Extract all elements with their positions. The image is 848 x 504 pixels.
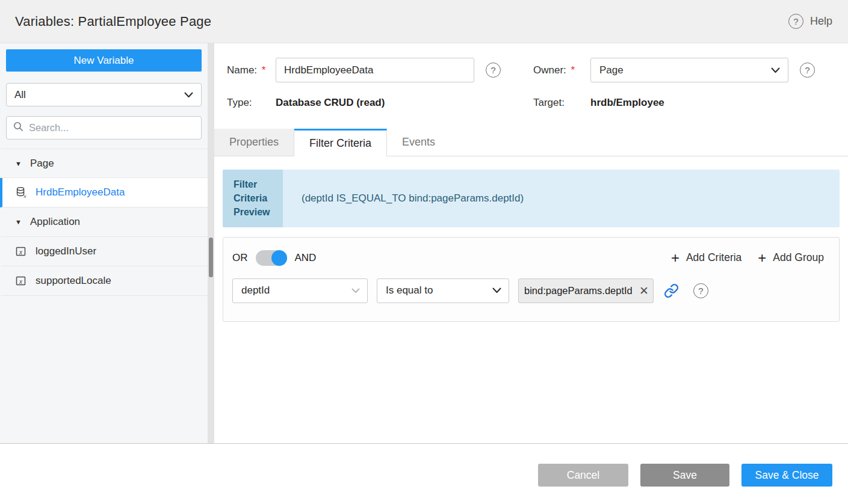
help-icon: ? [693,283,708,298]
variable-form: Name: * ? Owner: * Page ? [214,43,848,109]
bind-link-icon[interactable] [664,283,679,298]
chevron-down-icon [492,284,501,297]
target-label: Target: [533,97,590,109]
bind-value: bind:pageParams.deptId [524,285,639,297]
save-button[interactable]: Save [640,464,729,487]
chevron-down-icon [351,284,360,297]
owner-value: Page [599,64,624,76]
search-icon [13,121,23,134]
help-icon: ? [788,14,803,29]
sidebar-item-hrdbemployeedata[interactable]: x HrdbEmployeeData [0,178,208,207]
sidebar: New Variable All ▼ Page [0,43,208,443]
and-label: AND [295,252,317,264]
dialog-footer: Cancel Save Save & Close [0,443,848,504]
target-value: hrdb/Employee [590,97,664,109]
name-label: Name: * [227,64,276,76]
field-value: deptId [241,284,270,297]
operator-select[interactable]: Is equal to [377,278,509,303]
new-variable-button[interactable]: New Variable [6,49,202,72]
svg-text:x: x [19,249,23,256]
add-group-button[interactable]: + Add Group [758,251,824,265]
field-select[interactable]: deptId [232,278,368,303]
owner-label: Owner: * [533,64,590,76]
search-box[interactable] [6,116,202,140]
criteria-panel: OR AND + Add Criteria + [223,237,840,322]
tab-filter-criteria[interactable]: Filter Criteria [294,129,387,156]
variable-filter-select[interactable]: All [6,83,202,106]
sidebar-scrollbar[interactable] [208,43,214,443]
sidebar-group-application[interactable]: ▼ Application [0,207,208,237]
add-criteria-button[interactable]: + Add Criteria [671,251,741,265]
help-label: Help [810,15,832,28]
collapse-triangle-icon: ▼ [15,218,22,226]
tab-events[interactable]: Events [387,129,450,156]
type-label: Type: [227,97,276,109]
plus-icon: + [758,251,766,265]
static-variable-icon: x [15,275,27,286]
database-icon: x [15,186,27,198]
chevron-down-icon [184,89,193,101]
required-marker: * [262,64,266,76]
required-marker: * [571,64,575,76]
sidebar-item-loggedinuser[interactable]: x loggedInUser [0,237,208,266]
scrollbar-thumb[interactable] [209,238,213,277]
tab-bar: Properties Filter Criteria Events [214,129,848,156]
variables-dialog: Variables: PartialEmployee Page ? Help N… [0,0,848,504]
owner-select[interactable]: Page [590,58,788,82]
type-value: Database CRUD (read) [276,97,385,109]
or-label: OR [232,252,248,264]
search-input[interactable] [29,122,194,134]
help-icon: ? [800,63,815,78]
logic-toggle-group: OR AND [232,250,316,266]
variable-label: supportedLocale [36,275,111,287]
help-button[interactable]: ? Help [788,14,832,29]
name-field[interactable] [276,58,474,82]
group-label: Application [30,216,80,228]
name-help-button[interactable]: ? [486,63,501,78]
chevron-down-icon [771,64,780,76]
filter-criteria-preview: Filter Criteria Preview (deptId IS_EQUAL… [223,170,840,227]
cancel-button[interactable]: Cancel [538,464,628,487]
group-label: Page [30,158,54,170]
preview-value: (deptId IS_EQUAL_TO bind:pageParams.dept… [283,170,840,227]
variable-label: loggedInUser [36,245,96,257]
save-and-close-button[interactable]: Save & Close [741,464,832,487]
variable-filter-value: All [14,89,26,101]
sidebar-group-page[interactable]: ▼ Page [0,149,208,178]
sidebar-controls: New Variable All [0,43,208,140]
bind-value-chip[interactable]: bind:pageParams.deptId ✕ [518,278,654,303]
owner-help-button[interactable]: ? [800,63,815,78]
toggle-knob[interactable] [271,250,287,266]
filter-criteria-tab-content: Filter Criteria Preview (deptId IS_EQUAL… [214,156,848,322]
sidebar-item-supportedlocale[interactable]: x supportedLocale [0,266,208,296]
plus-icon: + [671,251,679,265]
svg-text:x: x [23,194,26,198]
static-variable-icon: x [15,246,27,257]
criteria-row: deptId Is equal to bind:pa [232,278,824,303]
collapse-triangle-icon: ▼ [15,160,22,167]
tab-properties[interactable]: Properties [214,129,294,156]
clear-bind-icon[interactable]: ✕ [639,284,653,298]
svg-text:x: x [19,278,23,285]
or-and-toggle[interactable] [256,250,287,266]
variable-label: HrdbEmployeeData [36,186,125,198]
dialog-body: New Variable All ▼ Page [0,43,848,443]
help-icon: ? [486,63,501,78]
variable-list: ▼ Page x HrdbEmployeeData ▼ Application … [0,149,208,296]
main-panel: Name: * ? Owner: * Page ? [214,43,848,443]
dialog-header: Variables: PartialEmployee Page ? Help [0,0,848,43]
operator-value: Is equal to [386,284,433,297]
page-title: Variables: PartialEmployee Page [15,14,211,29]
preview-label: Filter Criteria Preview [223,170,283,227]
criteria-help-button[interactable]: ? [693,283,708,298]
